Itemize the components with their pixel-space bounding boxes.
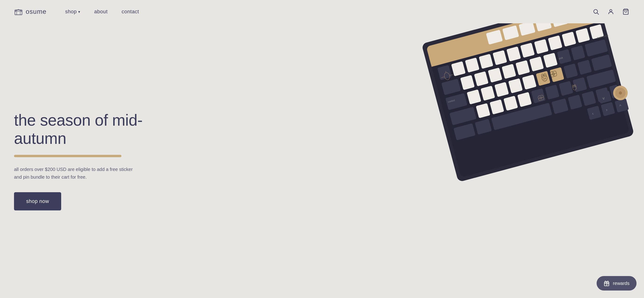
rewards-label: rewards: [613, 281, 630, 286]
keyboard-svg: backspace control shift ‹ › ^ v: [401, 23, 644, 187]
svg-line-5: [597, 13, 598, 14]
hero-divider: [14, 155, 122, 157]
logo-link[interactable]: osume: [14, 7, 46, 16]
account-icon: [608, 8, 614, 15]
hero-section: the season of mid-autumn all orders over…: [0, 23, 644, 298]
logo-icon: [14, 7, 23, 16]
search-icon: [593, 8, 599, 15]
navbar: osume shop ▾ about contact: [0, 0, 644, 23]
hero-title: the season of mid-autumn: [14, 111, 173, 147]
nav-links: shop ▾ about contact: [65, 9, 139, 15]
cart-button[interactable]: [622, 8, 630, 16]
nav-contact[interactable]: contact: [122, 9, 139, 15]
keyboard-image: backspace control shift ‹ › ^ v: [401, 23, 644, 187]
nav-icons: [592, 8, 630, 16]
cart-icon: [622, 8, 629, 15]
gift-icon: [604, 280, 610, 286]
shop-now-button[interactable]: shop now: [14, 192, 61, 210]
rewards-button[interactable]: rewards: [596, 276, 636, 290]
svg-point-6: [610, 10, 612, 12]
hero-content: the season of mid-autumn all orders over…: [14, 111, 173, 210]
hero-description: all orders over $200 USD are eligible to…: [14, 166, 136, 181]
chevron-down-icon: ▾: [78, 10, 80, 14]
account-button[interactable]: [607, 8, 615, 16]
brand-name: osume: [26, 8, 46, 16]
nav-about[interactable]: about: [94, 9, 108, 15]
search-button[interactable]: [592, 8, 600, 16]
nav-shop[interactable]: shop ▾: [65, 9, 80, 15]
svg-point-112: [607, 283, 608, 284]
